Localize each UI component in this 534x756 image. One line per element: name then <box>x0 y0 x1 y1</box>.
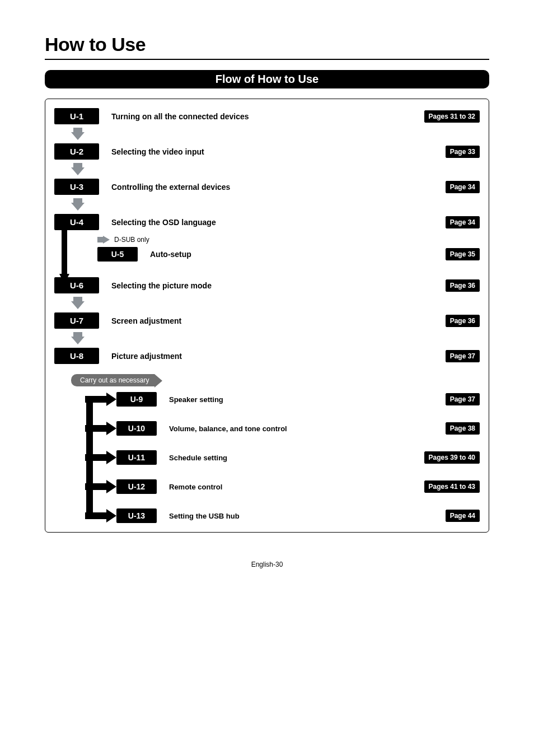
arrow-down-icon <box>71 163 480 175</box>
svg-marker-17 <box>106 509 116 522</box>
svg-marker-6 <box>71 297 85 309</box>
page-footer: English-30 <box>45 561 489 568</box>
step-title-u7: Screen adjustment <box>111 316 440 325</box>
svg-rect-10 <box>85 425 106 432</box>
page-badge-u13: Page 44 <box>446 510 480 522</box>
step-id-u12: U-12 <box>116 479 157 494</box>
arrow-right-icon <box>85 451 116 464</box>
branch-row: U-12 Remote control Pages 41 to 43 <box>85 479 480 494</box>
step-id-u4: U-4 <box>54 214 99 230</box>
branch-wrap: U-9 Speaker setting Page 37 U-10 Volume,… <box>85 392 480 523</box>
arrow-down-icon <box>71 332 480 344</box>
step-id-u11: U-11 <box>116 450 157 465</box>
step-title-u5: Auto-setup <box>150 250 440 259</box>
svg-rect-16 <box>85 512 106 519</box>
arrow-right-icon <box>85 480 116 493</box>
sub-note-row: D-SUB only <box>97 236 480 244</box>
step-title-u2: Selecting the video input <box>111 147 440 156</box>
step-row: U-1 Turning on all the connected devices… <box>54 108 480 124</box>
step-row: U-8 Picture adjustment Page 37 <box>54 348 480 364</box>
arrow-right-icon <box>85 422 116 435</box>
svg-rect-8 <box>85 396 106 403</box>
step-id-u8: U-8 <box>54 348 99 364</box>
page-badge-u11: Pages 39 to 40 <box>424 451 480 464</box>
svg-marker-15 <box>106 480 116 493</box>
svg-rect-3 <box>62 230 67 274</box>
step-row: U-6 Selecting the picture mode Page 36 <box>54 277 480 293</box>
svg-marker-2 <box>71 198 85 211</box>
section-bar: Flow of How to Use <box>45 70 489 88</box>
svg-marker-0 <box>71 128 85 140</box>
step-id-u13: U-13 <box>116 508 157 523</box>
page-badge-u6: Page 36 <box>446 279 480 292</box>
arrow-right-icon <box>85 393 116 406</box>
svg-marker-13 <box>106 451 116 464</box>
step-id-u3: U-3 <box>54 179 99 195</box>
step-title-u1: Turning on all the connected devices <box>111 112 419 121</box>
step-id-u2: U-2 <box>54 143 99 160</box>
branch-row: U-13 Setting the USB hub Page 44 <box>85 508 480 523</box>
step-row: U-7 Screen adjustment Page 36 <box>54 312 480 329</box>
arrow-down-icon <box>71 198 480 211</box>
step-id-u10: U-10 <box>116 421 157 436</box>
page-title: How to Use <box>45 34 489 55</box>
step-title-u8: Picture adjustment <box>111 352 440 361</box>
arrow-right-small-icon <box>97 236 110 244</box>
svg-marker-11 <box>106 422 116 435</box>
step-title-u9: Speaker setting <box>169 395 440 404</box>
step-row: U-2 Selecting the video input Page 33 <box>54 143 480 160</box>
page-badge-u12: Pages 41 to 43 <box>424 480 480 493</box>
page-badge-u1: Pages 31 to 32 <box>424 110 480 123</box>
page-badge-u2: Page 33 <box>446 146 480 158</box>
page-badge-u9: Page 37 <box>446 393 480 405</box>
svg-marker-9 <box>106 393 116 406</box>
step-row: U-3 Controlling the external devices Pag… <box>54 179 480 195</box>
branch-row: U-11 Schedule setting Pages 39 to 40 <box>85 450 480 465</box>
branch-note: Carry out as necessary <box>71 374 154 386</box>
sub-note-u5: D-SUB only <box>114 236 149 244</box>
step-title-u11: Schedule setting <box>169 454 419 462</box>
step-row: U-4 Selecting the OSD language Page 34 <box>54 214 480 230</box>
svg-rect-14 <box>85 483 106 490</box>
page-badge-u8: Page 37 <box>446 350 480 362</box>
arrow-down-icon <box>71 128 480 140</box>
arrow-right-icon <box>85 509 116 522</box>
page: How to Use Flow of How to Use U-1 Turnin… <box>0 0 534 591</box>
step-id-u7: U-7 <box>54 312 99 329</box>
svg-marker-7 <box>71 332 85 344</box>
page-badge-u4: Page 34 <box>446 216 480 228</box>
arrow-down-icon <box>71 297 480 309</box>
title-rule <box>45 59 489 60</box>
step-id-u9: U-9 <box>116 392 157 407</box>
svg-marker-5 <box>97 236 110 244</box>
branch-row: U-10 Volume, balance, and tone control P… <box>85 421 480 436</box>
flow-card: U-1 Turning on all the connected devices… <box>45 99 489 533</box>
page-badge-u5: Page 35 <box>446 248 480 260</box>
step-title-u4: Selecting the OSD language <box>111 218 440 227</box>
step-title-u13: Setting the USB hub <box>169 512 440 520</box>
step-title-u6: Selecting the picture mode <box>111 281 440 290</box>
step-row: U-5 Auto-setup Page 35 <box>85 247 480 262</box>
step-title-u3: Controlling the external devices <box>111 183 440 192</box>
sub-block-u5: D-SUB only U-5 Auto-setup Page 35 <box>85 236 480 262</box>
svg-marker-1 <box>71 163 85 175</box>
page-badge-u3: Page 34 <box>446 181 480 193</box>
svg-marker-4 <box>59 274 69 284</box>
step-id-u5: U-5 <box>97 247 138 262</box>
svg-rect-12 <box>85 454 106 461</box>
page-badge-u10: Page 38 <box>446 422 480 435</box>
step-title-u10: Volume, balance, and tone control <box>169 424 440 433</box>
step-title-u12: Remote control <box>169 483 419 491</box>
page-badge-u7: Page 36 <box>446 315 480 327</box>
step-id-u1: U-1 <box>54 108 99 124</box>
branch-note-wrap: Carry out as necessary <box>71 374 480 386</box>
branch-row: U-9 Speaker setting Page 37 <box>85 392 480 407</box>
long-arrow-icon <box>59 230 69 284</box>
